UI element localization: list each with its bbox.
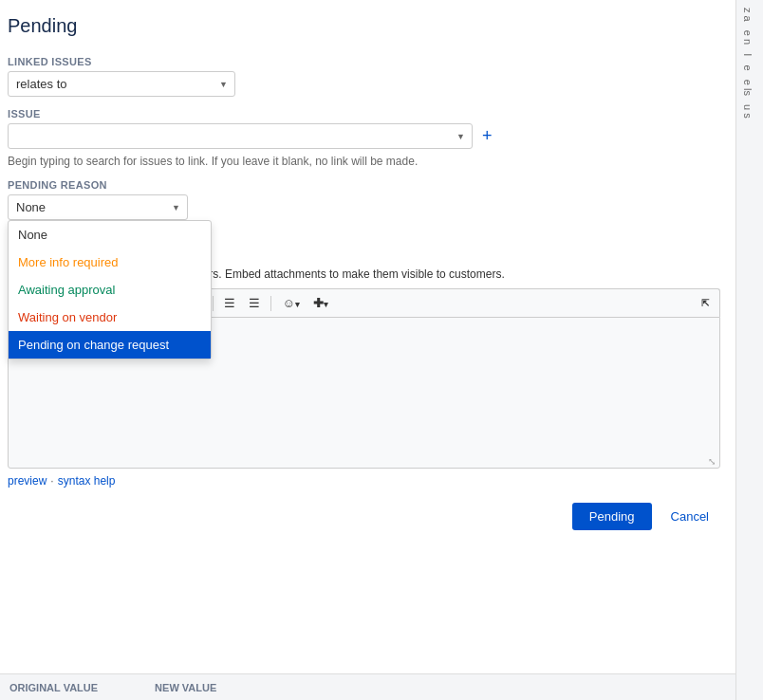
preview-link[interactable]: preview — [8, 474, 47, 488]
add-issue-button[interactable]: + — [478, 124, 496, 148]
toolbar-divider-3 — [213, 296, 214, 311]
issue-section: Issue ▼ + — [8, 108, 720, 149]
pending-reason-section: Pending reason None More info required A… — [8, 179, 720, 220]
collapse-button[interactable]: ⇱ — [697, 295, 714, 311]
pending-button[interactable]: Pending — [572, 503, 652, 530]
dropdown-item-none[interactable]: None — [9, 221, 211, 249]
pending-reason-select-wrapper: None More info required Awaiting approva… — [8, 194, 188, 220]
right-bar-text: z a e n I e e ls u s — [736, 0, 759, 126]
pending-reason-dropdown: None More info required Awaiting approva… — [8, 220, 212, 359]
issue-label: Issue — [8, 108, 720, 120]
cancel-button[interactable]: Cancel — [660, 503, 720, 530]
pending-reason-label: Pending reason — [8, 179, 720, 191]
resize-handle[interactable]: ⤡ — [708, 456, 717, 466]
linked-issues-label: Linked Issues — [8, 56, 720, 67]
relates-to-wrapper: relates to is blocked by blocks clones i… — [8, 71, 235, 97]
bullet-list-button[interactable]: ☰ — [219, 293, 240, 313]
dropdown-item-change-request[interactable]: Pending on change request — [9, 331, 211, 359]
issue-input-wrapper: ▼ — [8, 123, 473, 149]
emoji-button[interactable]: ☺▾ — [277, 293, 304, 313]
right-sidebar: z a e n I e e ls u s — [735, 0, 763, 700]
bottom-bar: Original value New value — [0, 673, 735, 700]
footer-dot: · — [50, 474, 53, 488]
new-value-label: New value — [155, 682, 216, 693]
syntax-help-link[interactable]: syntax help — [58, 474, 116, 488]
dropdown-item-waiting-vendor[interactable]: Waiting on vendor — [9, 304, 211, 331]
relates-to-select[interactable]: relates to is blocked by blocks clones i… — [8, 71, 235, 97]
dropdown-item-more-info[interactable]: More info required — [9, 249, 211, 276]
toolbar-divider-4 — [270, 296, 271, 311]
issue-row: ▼ + — [8, 123, 720, 149]
footer-links: preview · syntax help — [8, 474, 720, 488]
page-title: Pending — [8, 15, 720, 37]
issue-input[interactable] — [8, 123, 473, 149]
action-buttons: Pending Cancel — [8, 503, 720, 542]
original-value-label: Original value — [9, 682, 98, 693]
number-list-button[interactable]: ☰ — [244, 293, 265, 313]
dropdown-item-awaiting[interactable]: Awaiting approval — [9, 276, 211, 304]
main-panel: Pending Linked Issues relates to is bloc… — [0, 0, 735, 700]
issue-hint: Begin typing to search for issues to lin… — [8, 155, 720, 168]
pending-reason-select[interactable]: None More info required Awaiting approva… — [8, 194, 188, 220]
linked-issues-section: Linked Issues relates to is blocked by b… — [8, 56, 720, 97]
plus-button[interactable]: ✚▾ — [308, 293, 333, 313]
